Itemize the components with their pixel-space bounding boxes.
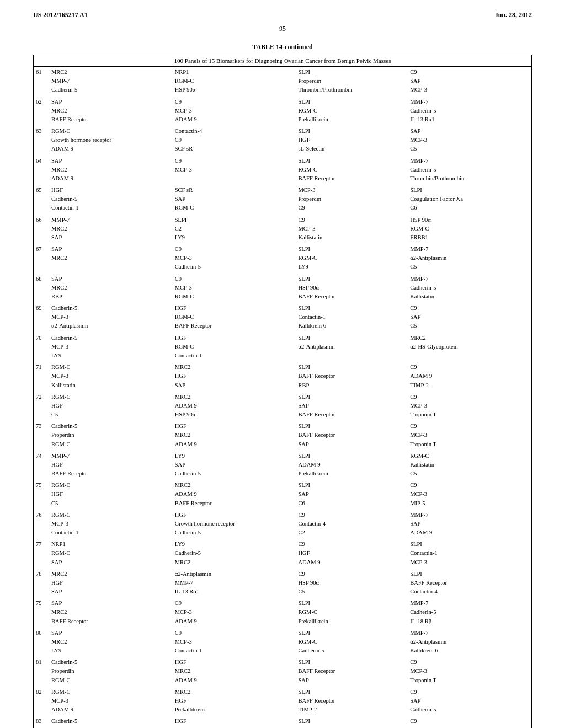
cell: MRC2	[49, 569, 173, 579]
cell: C6	[408, 204, 531, 212]
cell: SLPI	[296, 67, 408, 77]
cell: RGM-C	[49, 126, 173, 136]
cell: Properdin	[49, 726, 173, 728]
table-row: MCP-3RGM-CContactin-1SAP	[34, 313, 531, 322]
cell: LY9	[173, 233, 296, 242]
cell: Troponin T	[408, 440, 531, 449]
cell: HGF	[296, 136, 408, 144]
cell: Contactin-4	[173, 126, 296, 136]
cell: HGF	[49, 402, 173, 410]
cell: SLPI	[296, 126, 408, 136]
table-row: MCP-3Growth hormone receptorContactin-4S…	[34, 520, 531, 528]
cell: HGF	[173, 303, 296, 313]
table-row: SAPLY9KallistatinERBB1	[34, 233, 531, 242]
table-row: Cadherin-5SAPProperdinCoagulation Factor…	[34, 195, 531, 204]
cell: RGM-C	[296, 165, 408, 174]
cell: SAP	[49, 233, 173, 242]
cell: SAP	[173, 381, 296, 390]
cell: ADAM 9	[296, 461, 408, 469]
cell: MRC2	[296, 726, 408, 728]
cell: SAP	[408, 77, 531, 85]
cell: α2-Antiplasmin	[408, 254, 531, 263]
cell: LY9	[49, 646, 173, 655]
cell: MRC2	[173, 687, 296, 697]
cell: MRC2	[408, 333, 531, 342]
cell: Contactin-1	[408, 549, 531, 558]
cell: HGF	[173, 657, 296, 667]
cell: MMP-7	[408, 598, 531, 608]
cell: SAP	[49, 97, 173, 106]
cell: HGF	[173, 372, 296, 381]
cell: HSP 90α	[408, 215, 531, 224]
cell: RGM-C	[49, 440, 173, 449]
cell: MCP-3	[173, 608, 296, 617]
cell: C9	[408, 362, 531, 372]
cell: NRP1	[49, 539, 173, 549]
cell: RGM-C	[173, 726, 296, 728]
cell: SAP	[49, 628, 173, 638]
table-row: LY9Contactin-1Cadherin-5Kallikrein 6	[34, 646, 531, 655]
cell: LY9	[49, 351, 173, 360]
cell: RGM-C	[49, 392, 173, 402]
table-row: RBPRGM-CBAFF ReceptorKallistatin	[34, 292, 531, 301]
cell: SAP	[408, 697, 531, 705]
table-row: 68SAPC9SLPIMMP-7	[34, 274, 531, 283]
cell: HSP 90α	[296, 579, 408, 587]
table-row: 65HGFSCF sRMCP-3SLPI	[34, 185, 531, 195]
table-row: SAPIL-13 Rα1C5Contactin-4	[34, 587, 531, 596]
cell: MMP-7	[49, 215, 173, 224]
table-row: ProperdinMRC2BAFF ReceptorMCP-3	[34, 431, 531, 440]
cell	[408, 351, 531, 360]
table-row: MMP-7RGM-CProperdinSAP	[34, 77, 531, 85]
table-row: HGFADAM 9SAPMCP-3	[34, 490, 531, 499]
cell: MCP-3	[49, 520, 173, 528]
cell: MRC2	[49, 254, 173, 263]
cell: IL-13 Rα1	[408, 115, 531, 124]
cell: IL-13 Rα1	[173, 587, 296, 596]
table-row: ProperdinMRC2BAFF ReceptorMCP-3	[34, 667, 531, 676]
data-table: 61MRC2NRP1SLPIC9MMP-7RGM-CProperdinSAPCa…	[34, 67, 531, 728]
table-row: C5HSP 90αBAFF ReceptorTroponin T	[34, 410, 531, 419]
cell: RGM-C	[49, 362, 173, 372]
cell: HGF	[49, 185, 173, 195]
cell: SAP	[49, 558, 173, 567]
cell: C9	[408, 303, 531, 313]
cell: MMP-7	[408, 97, 531, 106]
cell: C9	[296, 215, 408, 224]
cell: C5	[296, 587, 408, 596]
cell: C9	[408, 716, 531, 726]
cell: C9	[296, 569, 408, 579]
table-row: 82RGM-CMRC2SLPIC9	[34, 687, 531, 697]
cell: SCF sR	[173, 144, 296, 153]
cell: Prekallikrein	[296, 469, 408, 478]
cell: SLPI	[296, 303, 408, 313]
cell: MMP-7	[49, 451, 173, 461]
cell: ERBB1	[408, 233, 531, 242]
table-row: Cadherin-5LY9C5	[34, 263, 531, 271]
cell: SLPI	[296, 598, 408, 608]
table-row: RGM-CCadherin-5HGFContactin-1	[34, 549, 531, 558]
cell: BAFF Receptor	[296, 431, 408, 440]
table-row: BAFF ReceptorCadherin-5PrekallikreinC5	[34, 469, 531, 478]
cell: Contactin-1	[296, 313, 408, 322]
cell: MRC2	[49, 608, 173, 617]
cell: MCP-3	[49, 697, 173, 705]
cell: BAFF Receptor	[173, 322, 296, 330]
cell: Thrombin/Prothrombin	[408, 174, 531, 183]
table-row: MCP-3HGFBAFF ReceptorADAM 9	[34, 372, 531, 381]
table-row: MRC2C2MCP-3RGM-C	[34, 224, 531, 233]
table-row: RGM-CADAM 9SAPTroponin T	[34, 676, 531, 685]
cell: HGF	[173, 716, 296, 726]
cell: α2-Antiplasmin	[296, 342, 408, 351]
cell: Prekallikrein	[296, 115, 408, 124]
cell: α2-Antiplasmin	[173, 569, 296, 579]
cell: SLPI	[296, 362, 408, 372]
table-row: 71RGM-CMRC2SLPIC9	[34, 362, 531, 372]
cell: MCP-3	[173, 165, 296, 174]
cell: Prekallikrein	[296, 617, 408, 626]
cell: Cadherin-5	[49, 421, 173, 431]
table-row: BAFF ReceptorADAM 9PrekallikreinIL-18 Rβ	[34, 617, 531, 626]
cell: MRC2	[173, 667, 296, 676]
cell: LY9	[173, 539, 296, 549]
cell: C9	[173, 97, 296, 106]
